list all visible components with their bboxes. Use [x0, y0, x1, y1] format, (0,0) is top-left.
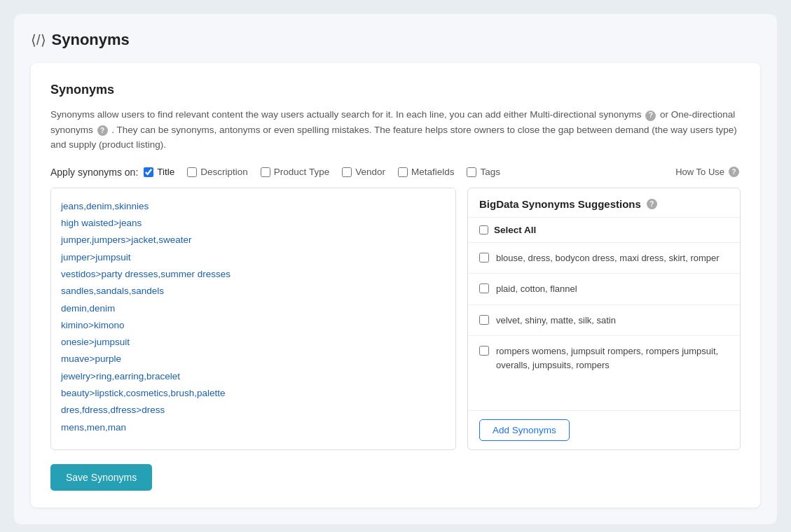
suggestion-text-4: rompers womens, jumpsuit rompers, romper… — [496, 344, 729, 372]
suggestion-item-4: rompers womens, jumpsuit rompers, romper… — [468, 336, 740, 380]
save-synonyms-button[interactable]: Save Synonyms — [50, 464, 152, 491]
apply-row: Apply synonyms on: Title Description Pro… — [50, 167, 741, 178]
checkbox-description[interactable]: Description — [187, 167, 248, 177]
checkbox-metafields[interactable]: Metafields — [398, 167, 455, 177]
suggestion-item-2: plaid, cotton, flannel — [468, 274, 740, 305]
synonyms-textarea-wrap: jeans,denim,skinnies high waisted>jeans … — [50, 188, 456, 450]
suggestion-checkbox-2[interactable] — [479, 284, 489, 293]
info-icon-2[interactable]: ? — [97, 125, 108, 136]
suggestion-text-3: velvet, shiny, matte, silk, satin — [496, 314, 616, 328]
checkbox-product-type[interactable]: Product Type — [261, 167, 329, 177]
checkbox-tags-input[interactable] — [467, 167, 476, 177]
add-synonyms-btn-wrap: Add Synonyms — [468, 410, 740, 449]
checkbox-product-type-input[interactable] — [261, 167, 270, 177]
page-title: Synonyms — [52, 31, 130, 49]
how-to-use-label: How To Use — [675, 167, 724, 177]
synonyms-textarea[interactable]: jeans,denim,skinnies high waisted>jeans … — [51, 188, 455, 447]
synonyms-icon: ⟨/⟩ — [31, 31, 46, 48]
section-title: Synonyms — [50, 83, 741, 97]
checkbox-vendor[interactable]: Vendor — [342, 167, 385, 177]
select-all-label: Select All — [494, 225, 536, 235]
main-area: jeans,denim,skinnies high waisted>jeans … — [50, 188, 741, 450]
suggestions-panel: BigData Synonyms Suggestions ? Select Al… — [467, 188, 741, 450]
info-icon-3[interactable]: ? — [729, 167, 739, 177]
suggestion-text-2: plaid, cotton, flannel — [496, 282, 577, 296]
info-icon-4[interactable]: ? — [647, 199, 657, 209]
inner-card: Synonyms Synonyms allow users to find re… — [31, 63, 760, 507]
description-text: Synonyms allow users to find relevant co… — [50, 107, 741, 153]
suggestions-title: BigData Synonyms Suggestions — [479, 198, 641, 210]
suggestion-checkbox-4[interactable] — [479, 346, 489, 356]
checkbox-title[interactable]: Title — [144, 167, 174, 177]
checkbox-tags[interactable]: Tags — [467, 167, 500, 177]
select-all-row: Select All — [468, 218, 740, 243]
suggestion-text-1: blouse, dress, bodycon dress, maxi dress… — [496, 251, 720, 265]
add-synonyms-button[interactable]: Add Synonyms — [479, 419, 570, 441]
checkbox-title-input[interactable] — [144, 167, 153, 177]
checkbox-metafields-input[interactable] — [398, 167, 408, 177]
suggestion-item-1: blouse, dress, bodycon dress, maxi dress… — [468, 243, 740, 274]
checkboxes-group: Title Description Product Type Vendor — [144, 167, 500, 177]
suggestion-item-3: velvet, shiny, matte, silk, satin — [468, 305, 740, 337]
suggestion-checkbox-1[interactable] — [479, 253, 489, 262]
suggestions-header: BigData Synonyms Suggestions ? — [468, 188, 740, 218]
info-icon-1[interactable]: ? — [645, 111, 656, 121]
suggestion-checkbox-3[interactable] — [479, 315, 489, 325]
checkbox-description-input[interactable] — [187, 167, 197, 177]
apply-label: Apply synonyms on: — [50, 167, 138, 178]
select-all-checkbox[interactable] — [479, 225, 488, 234]
how-to-use[interactable]: How To Use ? — [675, 167, 741, 177]
checkbox-vendor-input[interactable] — [342, 167, 352, 177]
apply-row-left: Apply synonyms on: Title Description Pro… — [50, 167, 500, 178]
suggestions-list: blouse, dress, bodycon dress, maxi dress… — [468, 243, 740, 410]
page-title-row: ⟨/⟩ Synonyms — [31, 31, 760, 49]
outer-card: ⟨/⟩ Synonyms Synonyms Synonyms allow use… — [14, 14, 777, 524]
